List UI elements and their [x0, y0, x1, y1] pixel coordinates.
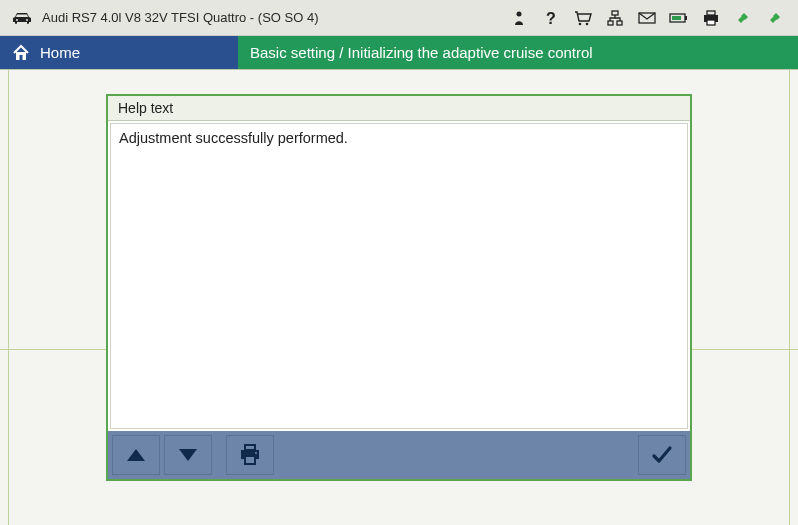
dialog-title: Help text	[108, 96, 690, 121]
home-label: Home	[40, 44, 80, 61]
title-toolbar: ?	[506, 6, 788, 30]
home-icon	[12, 44, 30, 62]
svg-point-21	[255, 452, 257, 454]
svg-rect-12	[672, 16, 681, 20]
cart-icon[interactable]	[570, 6, 596, 30]
nav-bar: Home Basic setting / Initializing the ad…	[0, 36, 798, 70]
svg-text:?: ?	[546, 10, 556, 26]
help-icon[interactable]: ?	[538, 6, 564, 30]
svg-rect-6	[612, 11, 618, 15]
connect-green-icon-2[interactable]	[762, 6, 788, 30]
svg-point-0	[16, 19, 18, 21]
title-left-group: Audi RS7 4.0l V8 32V TFSI Quattro - (SO …	[12, 10, 319, 25]
battery-icon[interactable]	[666, 6, 692, 30]
print-icon[interactable]	[698, 6, 724, 30]
content-area: Help text Adjustment successfully perfor…	[0, 70, 798, 525]
print-button[interactable]	[226, 435, 274, 475]
car-icon	[12, 11, 32, 25]
svg-rect-8	[617, 21, 622, 25]
svg-rect-20	[245, 456, 255, 464]
dialog-button-bar	[108, 431, 690, 479]
scroll-down-button[interactable]	[164, 435, 212, 475]
svg-rect-7	[608, 21, 613, 25]
home-button[interactable]: Home	[0, 36, 238, 69]
svg-rect-15	[707, 20, 715, 25]
svg-point-5	[586, 22, 589, 25]
title-bar: Audi RS7 4.0l V8 32V TFSI Quattro - (SO …	[0, 0, 798, 36]
svg-point-2	[517, 11, 522, 16]
window-title: Audi RS7 4.0l V8 32V TFSI Quattro - (SO …	[42, 10, 319, 25]
svg-rect-13	[707, 11, 715, 15]
svg-rect-18	[245, 445, 255, 450]
tree-icon[interactable]	[602, 6, 628, 30]
mail-icon[interactable]	[634, 6, 660, 30]
confirm-button[interactable]	[638, 435, 686, 475]
breadcrumb-text: Basic setting / Initializing the adaptiv…	[250, 44, 593, 61]
help-dialog: Help text Adjustment successfully perfor…	[106, 94, 692, 481]
dialog-body: Adjustment successfully performed.	[110, 123, 688, 429]
svg-rect-17	[20, 55, 23, 60]
svg-rect-11	[685, 16, 687, 20]
svg-point-4	[579, 22, 582, 25]
connect-green-icon[interactable]	[730, 6, 756, 30]
svg-point-1	[26, 19, 28, 21]
person-icon[interactable]	[506, 6, 532, 30]
scroll-up-button[interactable]	[112, 435, 160, 475]
breadcrumb: Basic setting / Initializing the adaptiv…	[238, 36, 798, 69]
